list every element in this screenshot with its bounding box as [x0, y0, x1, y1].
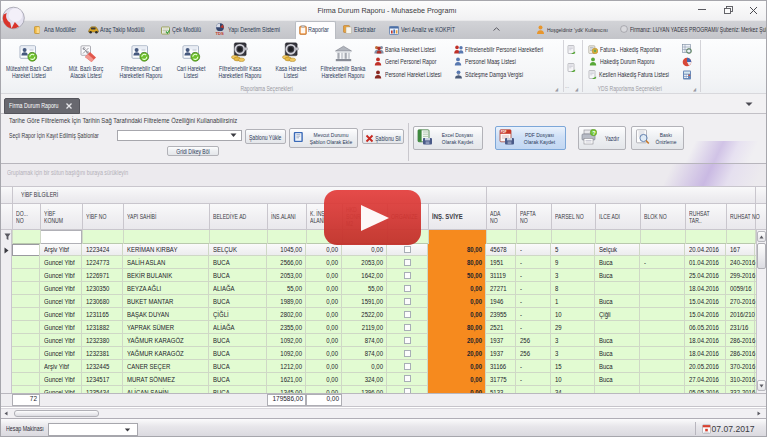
svg-text:TDS: TDS	[215, 31, 224, 35]
svg-text:PDF: PDF	[501, 130, 507, 134]
